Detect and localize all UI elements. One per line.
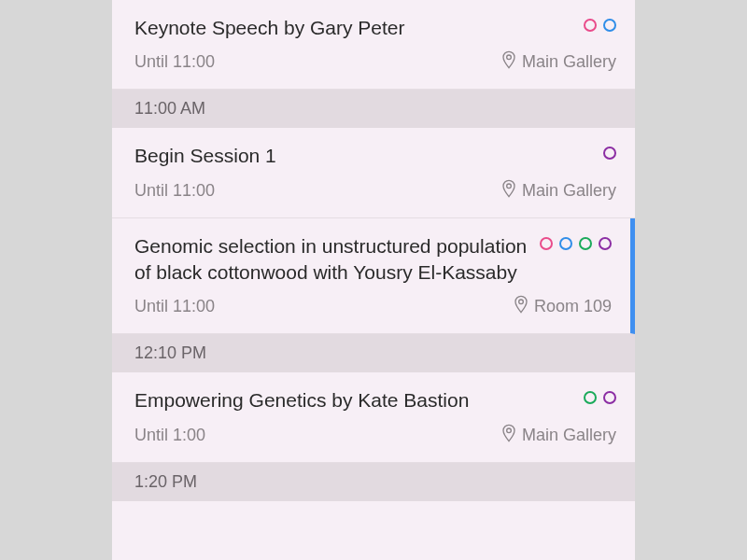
svg-point-2 xyxy=(519,300,524,304)
blue-tag-dot-icon xyxy=(559,237,572,250)
green-tag-dot-icon xyxy=(584,391,597,404)
event-card[interactable]: Empowering Genetics by Kate BastionUntil… xyxy=(112,372,635,462)
event-card[interactable]: Genomic selection in unstructured popula… xyxy=(112,218,635,335)
event-location-text: Main Gallery xyxy=(522,52,616,72)
event-location: Main Gallery xyxy=(501,424,616,447)
time-divider: 1:20 PM xyxy=(112,463,635,501)
time-divider: 12:10 PM xyxy=(112,334,635,372)
event-location-text: Main Gallery xyxy=(522,181,616,201)
event-tags xyxy=(584,15,616,32)
purple-tag-dot-icon xyxy=(599,237,612,250)
location-pin-icon xyxy=(501,50,516,74)
location-pin-icon xyxy=(501,179,516,203)
event-until-time: Until 1:00 xyxy=(134,426,205,445)
event-location: Room 109 xyxy=(514,295,612,318)
svg-point-3 xyxy=(507,428,512,433)
event-until-time: Until 11:00 xyxy=(134,52,215,72)
event-card[interactable]: Begin Session 1Until 11:00Main Gallery xyxy=(112,128,635,217)
event-card[interactable]: Keynote Speech by Gary PeterUntil 11:00M… xyxy=(112,0,635,90)
event-title: Begin Session 1 xyxy=(134,143,592,169)
event-location-text: Room 109 xyxy=(534,297,612,316)
event-title: Genomic selection in unstructured popula… xyxy=(134,233,529,287)
pink-tag-dot-icon xyxy=(584,19,597,32)
svg-point-0 xyxy=(507,55,512,60)
event-location: Main Gallery xyxy=(501,179,616,203)
event-tags xyxy=(584,387,616,404)
purple-tag-dot-icon xyxy=(603,147,616,160)
green-tag-dot-icon xyxy=(579,237,592,250)
event-until-time: Until 11:00 xyxy=(134,297,215,316)
event-until-time: Until 11:00 xyxy=(134,181,215,201)
event-location: Main Gallery xyxy=(501,50,616,74)
pink-tag-dot-icon xyxy=(540,237,553,250)
location-pin-icon xyxy=(501,424,516,447)
svg-point-1 xyxy=(507,184,512,189)
blue-tag-dot-icon xyxy=(603,19,616,32)
event-title: Keynote Speech by Gary Peter xyxy=(134,15,572,41)
purple-tag-dot-icon xyxy=(603,391,616,404)
time-divider: 11:00 AM xyxy=(112,90,635,128)
event-location-text: Main Gallery xyxy=(522,426,616,445)
location-pin-icon xyxy=(514,295,529,318)
event-tags xyxy=(603,143,616,160)
event-title: Empowering Genetics by Kate Bastion xyxy=(134,387,572,413)
event-tags xyxy=(540,233,612,250)
schedule-list: Keynote Speech by Gary PeterUntil 11:00M… xyxy=(112,0,635,560)
